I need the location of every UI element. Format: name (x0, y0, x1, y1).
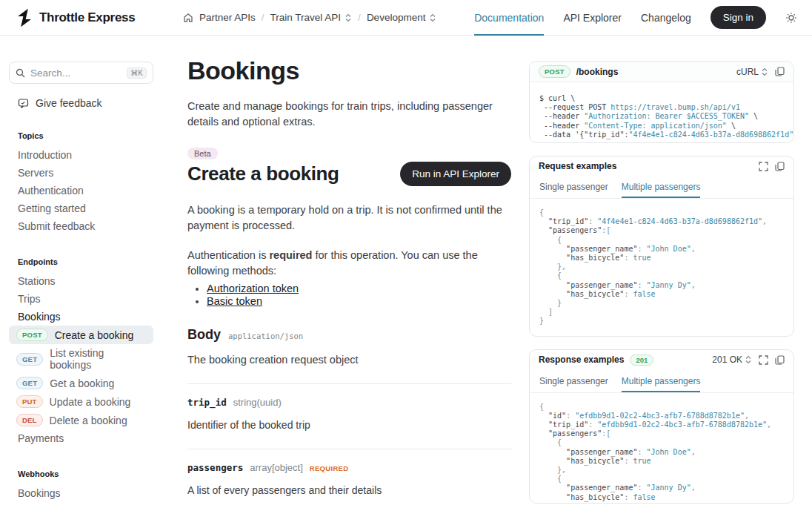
breadcrumb-api-select[interactable]: Train Travel API (270, 12, 353, 23)
body-section-title: Body (187, 327, 221, 343)
examples-column: POST /bookings cURL $ curl \ --request P… (529, 36, 794, 504)
code-line: "passenger_name": "John Doe", (539, 448, 784, 457)
sidebar-item-trips[interactable]: Trips (9, 290, 153, 308)
sidebar-op-delete-booking[interactable]: DEL Delete a booking (9, 411, 153, 429)
code-line: "trip_id": "efdbb9d1-02c2-4bc3-afb7-6788… (539, 420, 784, 429)
code-line: "passenger_name": "Janny Dy", (539, 484, 784, 492)
expand-icon[interactable] (759, 162, 768, 171)
copy-icon[interactable] (775, 67, 785, 76)
auth-method-item: Authorization token (207, 283, 511, 294)
required-flag: REQUIRED (310, 464, 349, 472)
code-line: "passenger_name": "John Doe", (539, 245, 784, 254)
body-description: The booking creation request object (187, 352, 511, 368)
code-line: { (539, 438, 784, 447)
method-badge-del: DEL (16, 414, 43, 426)
sidebar-item-webhooks-bookings[interactable]: Bookings (9, 484, 153, 502)
code-line: "has_bicycle": false (539, 290, 784, 299)
breadcrumb-separator: / (358, 12, 361, 23)
chevron-updown-icon (745, 355, 752, 364)
code-line: { (539, 271, 784, 280)
tab-single-passenger[interactable]: Single passenger (539, 182, 608, 198)
code-line: } (539, 317, 784, 326)
field-type: array[object] (250, 462, 303, 473)
sidebar-op-get-booking[interactable]: GET Get a booking (9, 374, 153, 392)
brand-logo-icon (15, 8, 34, 27)
theme-toggle-sun-icon[interactable] (785, 12, 797, 24)
brand[interactable]: Throttle Express (15, 8, 135, 27)
tab-single-passenger[interactable]: Single passenger (539, 376, 608, 392)
code-line: } (539, 299, 784, 308)
response-example-code: { "id": "efdbb9d1-02c2-4bc3-afb7-6788d87… (530, 393, 793, 504)
sidebar-item-payments[interactable]: Payments (9, 429, 153, 447)
sidebar-item-authentication[interactable]: Authentication (9, 182, 153, 199)
nav-documentation[interactable]: Documentation (474, 0, 544, 36)
brand-name: Throttle Express (39, 10, 135, 25)
top-header: Throttle Express Partner APIs / Train Tr… (0, 0, 812, 36)
home-icon[interactable] (183, 13, 193, 23)
method-badge-get: GET (16, 353, 43, 366)
code-line: { (539, 236, 784, 245)
search-kbd-shortcut: ⌘K (127, 67, 147, 79)
sidebar-item-stations[interactable]: Stations (9, 272, 153, 290)
tab-multiple-passengers[interactable]: Multiple passengers (622, 376, 701, 392)
curl-panel: POST /bookings cURL $ curl \ --request P… (529, 61, 794, 143)
status-select[interactable]: 201 OK (712, 354, 752, 365)
body-content-type: application/json (228, 331, 303, 340)
sidebar-section-webhooks: Webhooks (18, 469, 153, 478)
beta-badge: Beta (187, 148, 218, 159)
sidebar-item-introduction[interactable]: Introduction (9, 146, 153, 164)
feedback-bubble-icon (18, 98, 29, 109)
code-line: --header "Authorization: Bearer $ACCESS_… (539, 112, 784, 121)
field-description: A list of every passengers and their det… (187, 483, 511, 498)
search-box[interactable]: ⌘K (9, 62, 153, 84)
sidebar-item-getting-started[interactable]: Getting started (9, 199, 153, 217)
chevron-updown-icon (429, 13, 436, 22)
search-icon (16, 68, 25, 78)
run-in-api-explorer-button[interactable]: Run in API Explorer (400, 162, 511, 186)
tab-multiple-passengers[interactable]: Multiple passengers (622, 182, 701, 198)
method-badge-post: POST (539, 65, 570, 78)
response-example-tabs: Single passenger Multiple passengers (530, 370, 793, 393)
auth-paragraph: Authentication is required for this oper… (187, 248, 511, 279)
method-badge-put: PUT (16, 395, 43, 408)
nav-api-explorer[interactable]: API Explorer (563, 0, 622, 36)
copy-icon[interactable] (775, 355, 785, 365)
sidebar-item-bookings[interactable]: Bookings (9, 308, 153, 326)
operation-title: Create a booking (187, 162, 339, 185)
code-line: } (539, 502, 784, 504)
code-line: --request POST https://travel.bump.sh/ap… (539, 103, 784, 112)
auth-required-word: required (269, 249, 312, 261)
request-example-code: { "trip_id": "4f4e4e1-c824-4d63-b37a-d8d… (530, 199, 793, 336)
field-description: Identifier of the booked trip (187, 418, 511, 433)
code-line: { (539, 475, 784, 484)
code-line: ] (539, 308, 784, 317)
code-line: "passengers":[ (539, 429, 784, 438)
request-examples-title: Request examples (539, 161, 616, 171)
field-passengers: passengers array[object] REQUIRED A list… (187, 449, 511, 498)
sidebar-item-submit-feedback[interactable]: Submit feedback (9, 217, 153, 235)
sidebar-item-servers[interactable]: Servers (9, 164, 153, 182)
expand-icon[interactable] (759, 355, 768, 365)
code-line: --header "Content-Type: application/json… (539, 122, 784, 131)
authorization-token-link[interactable]: Authorization token (207, 283, 299, 294)
field-name: passengers (187, 462, 243, 473)
breadcrumb-branch-select[interactable]: Development (367, 12, 437, 23)
curl-code-block: $ curl \ --request POST https://travel.b… (530, 82, 793, 143)
response-examples-title: Response examples (539, 354, 624, 365)
code-line: }, (539, 466, 784, 475)
operation-description: A booking is a temporary hold on a trip.… (187, 202, 511, 234)
nav-changelog[interactable]: Changelog (641, 0, 691, 36)
sidebar-op-update-booking[interactable]: PUT Update a booking (9, 392, 153, 411)
language-select[interactable]: cURL (736, 67, 768, 77)
search-input[interactable] (30, 67, 122, 79)
code-line: "id": "efdbb9d1-02c2-4bc3-afb7-6788d8782… (539, 412, 784, 420)
auth-methods-list: Authorization token Basic token (207, 283, 511, 307)
sidebar-op-create-booking[interactable]: POST Create a booking (9, 326, 153, 344)
request-examples-panel: Request examples Single passenger Multip… (529, 156, 794, 337)
copy-icon[interactable] (775, 162, 785, 171)
breadcrumb-partner-apis[interactable]: Partner APIs (199, 12, 256, 23)
give-feedback-link[interactable]: Give feedback (18, 97, 153, 109)
sidebar-op-list-bookings[interactable]: GET List existing bookings (9, 344, 153, 374)
sign-in-button[interactable]: Sign in (710, 6, 766, 29)
basic-token-link[interactable]: Basic token (207, 295, 262, 307)
